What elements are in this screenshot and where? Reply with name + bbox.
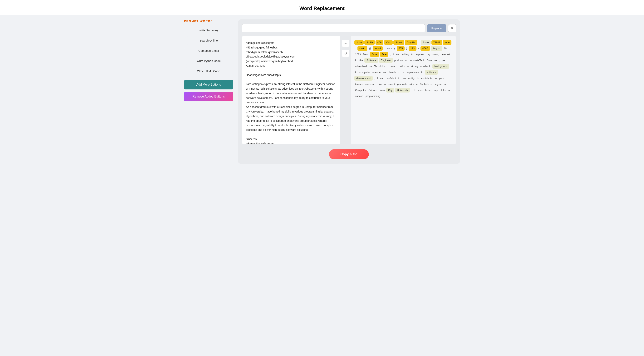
- token[interactable]: ,: [438, 58, 441, 63]
- token[interactable]: smith: [358, 46, 367, 51]
- token[interactable]: a: [416, 82, 418, 87]
- token[interactable]: Bachelor's: [419, 82, 432, 87]
- refresh-button[interactable]: ↺: [342, 50, 350, 57]
- token[interactable]: As: [378, 82, 383, 87]
- token[interactable]: Computer: [354, 88, 367, 93]
- token[interactable]: ): [405, 46, 408, 51]
- copy-go-button[interactable]: Copy & Go: [329, 149, 369, 159]
- token[interactable]: am: [395, 52, 400, 57]
- token[interactable]: TechJobs: [374, 64, 386, 69]
- token[interactable]: recent: [387, 82, 396, 87]
- token[interactable]: degree: [433, 82, 442, 87]
- token[interactable]: .: [386, 64, 388, 69]
- token[interactable]: development: [354, 76, 372, 81]
- token[interactable]: Software: [364, 58, 378, 63]
- token[interactable]: (: [394, 46, 396, 51]
- token[interactable]: interest: [441, 52, 451, 57]
- token[interactable]: Science: [368, 88, 378, 93]
- token[interactable]: 4567: [420, 46, 430, 51]
- token[interactable]: Cityville: [405, 40, 417, 45]
- token[interactable]: in: [354, 58, 358, 63]
- sidebar-btn-write-summary[interactable]: Write Summary: [184, 26, 233, 35]
- token[interactable]: .: [396, 64, 398, 69]
- token[interactable]: to: [416, 76, 420, 81]
- token[interactable]: to: [434, 76, 438, 81]
- token[interactable]: State: [421, 40, 430, 45]
- token[interactable]: background: [432, 64, 449, 69]
- token[interactable]: Street: [394, 40, 404, 45]
- token[interactable]: .: [384, 46, 386, 51]
- token[interactable]: Engineer: [379, 58, 393, 63]
- add-more-button[interactable]: Add More Buttons: [184, 80, 233, 89]
- token[interactable]: email: [373, 46, 383, 51]
- token[interactable]: science: [372, 70, 382, 75]
- token[interactable]: your: [438, 76, 444, 81]
- token[interactable]: a: [406, 64, 409, 69]
- arrow-button[interactable]: →: [342, 40, 350, 47]
- token[interactable]: and: [382, 70, 388, 75]
- token[interactable]: com: [389, 64, 396, 69]
- token[interactable]: at: [404, 58, 408, 63]
- token[interactable]: contribute: [420, 76, 433, 81]
- token[interactable]: ,: [448, 46, 450, 51]
- replace-button[interactable]: Replace: [427, 24, 446, 32]
- token[interactable]: experience: [406, 70, 420, 75]
- token[interactable]: ,: [418, 40, 420, 45]
- sidebar-btn-search-online[interactable]: Search Online: [184, 36, 233, 45]
- token[interactable]: Doe: [380, 52, 388, 57]
- token[interactable]: hands: [388, 70, 397, 75]
- token[interactable]: Smith: [364, 40, 374, 45]
- token[interactable]: graduate: [396, 82, 408, 87]
- token[interactable]: honed: [424, 88, 433, 93]
- token[interactable]: as: [442, 58, 446, 63]
- sidebar-btn-compose-email[interactable]: Compose Email: [184, 47, 233, 55]
- token[interactable]: Jane: [370, 52, 379, 57]
- remove-added-button[interactable]: Remove Added Buttons: [184, 92, 233, 101]
- token[interactable]: strong: [432, 52, 440, 57]
- token[interactable]: the: [358, 58, 364, 63]
- token[interactable]: software: [425, 70, 438, 75]
- sidebar-btn-write-python[interactable]: Write Python Code: [184, 57, 233, 65]
- token[interactable]: writing: [401, 52, 410, 57]
- token[interactable]: Solutions: [426, 58, 438, 63]
- token[interactable]: 555: [397, 46, 405, 51]
- token[interactable]: 30: [443, 46, 447, 51]
- token[interactable]: 123: [408, 46, 417, 51]
- token[interactable]: skills: [439, 88, 446, 93]
- token[interactable]: in: [420, 70, 424, 75]
- token[interactable]: my: [434, 88, 438, 93]
- token[interactable]: With: [399, 64, 406, 69]
- token[interactable]: I: [376, 76, 378, 81]
- token[interactable]: confident: [385, 76, 397, 81]
- token[interactable]: ,: [389, 52, 392, 57]
- sidebar-btn-write-html[interactable]: Write HTML Code: [184, 67, 233, 75]
- token[interactable]: john: [443, 40, 452, 45]
- token[interactable]: ,: [374, 76, 376, 81]
- token[interactable]: am: [379, 76, 384, 81]
- token[interactable]: in: [398, 76, 401, 81]
- token[interactable]: on: [368, 64, 372, 69]
- token[interactable]: 78901: [432, 40, 442, 45]
- token[interactable]: a: [384, 82, 386, 87]
- token[interactable]: @: [368, 46, 372, 51]
- token[interactable]: advertised: [354, 64, 368, 69]
- token[interactable]: 2023: [354, 52, 362, 57]
- token[interactable]: .: [375, 82, 378, 87]
- token[interactable]: in: [354, 70, 358, 75]
- token[interactable]: -: [398, 70, 400, 75]
- token[interactable]: on: [401, 70, 405, 75]
- token[interactable]: to: [410, 52, 414, 57]
- token[interactable]: various: [354, 94, 364, 99]
- token[interactable]: with: [409, 82, 415, 87]
- token[interactable]: academic: [420, 64, 432, 69]
- token[interactable]: Dear: [362, 52, 369, 57]
- token[interactable]: John: [354, 40, 364, 45]
- token[interactable]: I: [392, 52, 394, 57]
- token[interactable]: my: [402, 76, 407, 81]
- token[interactable]: strong: [410, 64, 419, 69]
- token[interactable]: -: [417, 46, 420, 51]
- token[interactable]: Oak: [384, 40, 393, 45]
- token[interactable]: success: [364, 82, 374, 87]
- token[interactable]: programming: [365, 94, 381, 99]
- token[interactable]: City: [386, 88, 394, 93]
